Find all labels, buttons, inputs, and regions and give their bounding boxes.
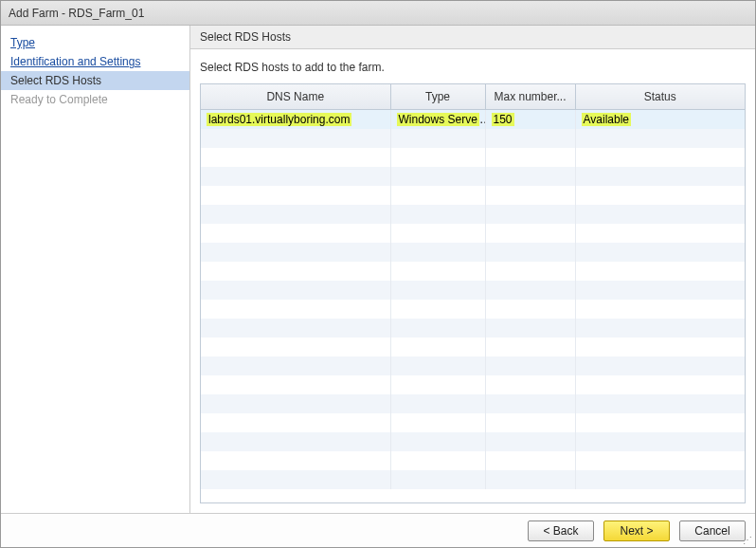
table-row[interactable] [201, 451, 745, 470]
resize-grip-icon[interactable]: ⋰ [743, 535, 753, 545]
table-row[interactable] [201, 319, 745, 338]
table-row[interactable] [201, 129, 745, 148]
col-type[interactable]: Type [390, 84, 485, 110]
panel-header-text: Select RDS Hosts [200, 30, 291, 44]
cell-max-number: 150 [485, 110, 575, 130]
wizard-step-label: Select RDS Hosts [10, 74, 101, 87]
table-row[interactable] [201, 375, 745, 394]
cell-type: Windows Serve [390, 110, 485, 130]
table-header-row: DNS Name Type Max number... Status [201, 84, 745, 110]
table-row[interactable] [201, 394, 745, 413]
table-row[interactable] [201, 205, 745, 224]
window-title-bar: Add Farm - RDS_Farm_01 [1, 1, 755, 26]
col-status[interactable]: Status [575, 84, 745, 110]
wizard-step-type[interactable]: Type [1, 33, 189, 52]
table-row[interactable] [201, 413, 745, 432]
table-row[interactable] [201, 470, 745, 489]
next-button[interactable]: Next > [603, 521, 670, 541]
table-row[interactable] [201, 186, 745, 205]
table-row[interactable] [201, 356, 745, 375]
instructions-text: Select RDS hosts to add to the farm. [200, 61, 746, 74]
table-row[interactable] [201, 262, 745, 281]
table-row[interactable] [201, 432, 745, 451]
table-row[interactable] [201, 243, 745, 262]
window-body: Type Identification and Settings Select … [1, 26, 755, 513]
cancel-button[interactable]: Cancel [679, 521, 746, 541]
main-panel: Select RDS Hosts Select RDS hosts to add… [190, 26, 755, 513]
wizard-step-ready: Ready to Complete [1, 90, 189, 109]
table-row[interactable] [201, 224, 745, 243]
rds-hosts-table-wrapper: DNS Name Type Max number... Status labrd… [200, 83, 746, 503]
table-body: labrds01.virtuallyboring.comWindows Serv… [201, 110, 745, 490]
wizard-step-label: Type [10, 36, 35, 49]
window-title: Add Farm - RDS_Farm_01 [9, 7, 144, 20]
rds-hosts-table: DNS Name Type Max number... Status labrd… [201, 84, 745, 489]
panel-header: Select RDS Hosts [190, 26, 755, 49]
back-button[interactable]: < Back [528, 521, 594, 541]
table-row[interactable] [201, 167, 745, 186]
col-dns-name[interactable]: DNS Name [201, 84, 390, 110]
table-row[interactable]: labrds01.virtuallyboring.comWindows Serv… [201, 110, 745, 130]
table-row[interactable] [201, 148, 745, 167]
cell-status: Available [575, 110, 745, 130]
cell-dns-name: labrds01.virtuallyboring.com [201, 110, 390, 130]
table-row[interactable] [201, 281, 745, 300]
wizard-steps-sidebar: Type Identification and Settings Select … [1, 26, 190, 513]
wizard-step-label: Identification and Settings [10, 55, 140, 68]
wizard-step-label: Ready to Complete [10, 93, 108, 106]
col-max-number[interactable]: Max number... [485, 84, 575, 110]
panel-body: Select RDS hosts to add to the farm. DNS… [190, 49, 755, 513]
wizard-step-select-rds-hosts[interactable]: Select RDS Hosts [1, 71, 189, 90]
footer-bar: < Back Next > Cancel ⋰ [1, 513, 755, 547]
add-farm-window: Add Farm - RDS_Farm_01 Type Identificati… [0, 0, 756, 548]
table-row[interactable] [201, 300, 745, 319]
table-row[interactable] [201, 338, 745, 356]
wizard-step-identification[interactable]: Identification and Settings [1, 52, 189, 71]
